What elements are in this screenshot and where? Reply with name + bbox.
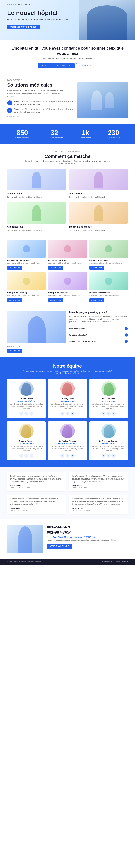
service-btn-3[interactable]: LIRE LA SUITE <box>7 299 22 302</box>
lab-items: ✓ Sample text. Click to select the text … <box>7 100 74 113</box>
service-title-1: Centre de chirurgie <box>48 259 87 261</box>
team-bio-3: Sample text. Click to select the text bo… <box>10 445 43 452</box>
linkedin-icon-1: in <box>72 413 73 415</box>
social-linkedin-5[interactable]: in <box>112 454 115 458</box>
social-facebook-4[interactable]: f <box>60 454 64 458</box>
team-bio-1: Sample text. Click to select the text bo… <box>51 403 84 410</box>
social-twitter-2[interactable]: t <box>107 412 110 415</box>
social-twitter-4[interactable]: t <box>65 454 70 458</box>
faq-item-2[interactable]: Should I have the file yourself? + <box>69 338 128 344</box>
service-btn-1[interactable]: LIRE LA SUITE <box>48 266 63 270</box>
team-name-0: Dr Rob Brown <box>10 398 43 400</box>
social-twitter-0[interactable]: t <box>25 412 28 415</box>
twitter-icon-4: t <box>67 455 68 457</box>
lab-item-1: ✓ Sample text. Click to select the text … <box>7 100 74 106</box>
lab-image-inner <box>77 82 128 118</box>
social-linkedin-1[interactable]: in <box>71 412 75 415</box>
contact-address: 📍 121 Rock Street, 21 Avenue, New York, … <box>47 536 128 538</box>
social-facebook-0[interactable]: f <box>20 412 23 415</box>
faq-read-more-button[interactable]: LIRE LA SUITE <box>7 349 22 352</box>
how-card-title-3: Médecins de monde <box>69 225 128 228</box>
social-twitter-3[interactable]: t <box>25 454 28 458</box>
service-card-1: Centre de chirurgie Sample text. Click t… <box>48 240 87 270</box>
lab-content: Solutions médicales Notre équipe de méde… <box>7 82 128 118</box>
team-card-1: Dr Mary Smith CANCÉROLOGUE Sample text. … <box>48 379 87 418</box>
hero-section: Soins de médecin général Accueil À propo… <box>0 0 135 39</box>
contact-phone-2: 001-987-7654 <box>47 530 128 535</box>
social-twitter-1[interactable]: t <box>65 412 70 415</box>
testimonial-card-1: Ce différence est la conséquence des dif… <box>69 472 128 491</box>
social-linkedin-0[interactable]: in <box>29 412 33 415</box>
service-img-1 <box>48 240 87 258</box>
team-desc: Je suis selon nos termes, que vous pouve… <box>23 370 112 374</box>
stat-item-3: 230 Lits médicaux <box>107 129 119 139</box>
trust-btn1[interactable]: EXPLORER LES FONCTIONNALITÉS <box>37 63 75 68</box>
stat-label-3: Lits médicaux <box>107 137 119 139</box>
twitter-icon-2: t <box>108 413 109 415</box>
footer-link-privacy[interactable]: Confidentialité <box>102 561 112 563</box>
faq-item-1[interactable]: What is a pilot plan? + <box>69 332 128 338</box>
hero-image-overlay <box>79 0 135 39</box>
team-avatar-1 <box>60 381 75 396</box>
team-social-5: f t in <box>92 454 125 458</box>
service-btn-0[interactable]: LIRE LA SUITE <box>7 266 22 270</box>
faq-question-0: How do I register? <box>69 328 85 330</box>
team-avatar-2 <box>101 381 116 396</box>
how-card-text-0: Sample text. Click to select the Text El… <box>7 196 66 198</box>
service-title-5: Prendre de radiations <box>89 292 128 294</box>
social-facebook-5[interactable]: f <box>102 454 106 458</box>
contact-section: 001-234-5678 001-987-7654 📍 121 Rock Str… <box>0 519 135 559</box>
testimonial-role-0: DIRECTEUR FINANCIER <box>10 487 63 489</box>
service-img-5 <box>89 272 128 290</box>
plus-icon-0: + <box>126 328 127 330</box>
faq-toggle-0[interactable]: + <box>125 327 128 330</box>
social-linkedin-2[interactable]: in <box>112 412 115 415</box>
service-btn-4[interactable]: LIRE LA SUITE <box>48 299 63 302</box>
social-linkedin-3[interactable]: in <box>29 454 33 458</box>
social-twitter-5[interactable]: t <box>107 454 110 458</box>
contact-image <box>7 525 43 553</box>
how-section: Processus de travail Comment ça marche L… <box>0 144 135 238</box>
faq-question-1: What is a pilot plan? <box>69 334 87 336</box>
team-role-3: ENDOCRINOLOGUE <box>10 442 43 444</box>
team-name-3: Dr Anna Kvorner <box>10 440 43 442</box>
team-avatar-4 <box>60 424 75 438</box>
service-btn-5[interactable]: LIRE LA SUITE <box>89 299 104 302</box>
social-linkedin-4[interactable]: in <box>71 454 75 458</box>
faq-item-0[interactable]: How do I register? + <box>69 326 128 332</box>
social-facebook-2[interactable]: f <box>102 412 106 415</box>
testimonial-text-2: Il est vrai que la médecine construite L… <box>10 497 63 505</box>
footer-link-contact[interactable]: Contact <box>122 561 128 563</box>
team-social-0: f t in <box>10 412 43 415</box>
social-facebook-1[interactable]: f <box>60 412 64 415</box>
team-card-5: Dr Andrews Dawson IMMUNOLOGUE Sample tex… <box>89 421 128 461</box>
team-role-4: GASTROENTÉROLOGUE <box>51 442 84 444</box>
social-facebook-3[interactable]: f <box>20 454 23 458</box>
testimonial-text-3: L'affirmation de ce montant est que ce m… <box>72 497 125 505</box>
address-text: 121 Rock Street, 21 Avenue, New York, NY… <box>50 536 96 538</box>
how-card-0: Accéder vous Sample text. Click to selec… <box>7 169 66 198</box>
faq-image-caption: Image de l'hôpital <box>7 345 66 347</box>
team-name-2: Dr Rock Gold <box>92 398 125 400</box>
facebook-icon-4: f <box>62 455 63 457</box>
twitter-icon-5: t <box>108 455 109 457</box>
stat-label-2: Satisfactions <box>80 137 91 139</box>
testimonial-author-2: Oliver Steig <box>10 507 63 509</box>
address-icon: 📍 <box>47 536 49 538</box>
stat-item-1: 32 Médecins de famille <box>46 129 63 139</box>
how-card-img-visual-3 <box>69 202 128 224</box>
footer-link-terms[interactable]: Termes <box>115 561 120 563</box>
service-img-visual-2 <box>89 240 128 258</box>
team-bio-4: Sample text. Click to select the text bo… <box>51 445 84 452</box>
how-card-text-3: Sample text. Click to select the Text El… <box>69 229 128 232</box>
contact-cta-button[interactable]: ARTICLE MAINTENANT <box>47 544 72 549</box>
faq-toggle-2[interactable]: + <box>125 340 128 343</box>
team-social-1: f t in <box>51 412 84 415</box>
service-text-4: Sample text. Click to select the Text El… <box>48 294 87 297</box>
hero-cta-button[interactable]: VOIR LES FONCTIONNALITÉS <box>7 25 39 29</box>
team-role-1: CANCÉROLOGUE <box>51 400 84 402</box>
facebook-icon-5: f <box>103 455 104 457</box>
service-btn-2[interactable]: LIRE LA SUITE <box>89 266 104 270</box>
faq-toggle-1[interactable]: + <box>125 333 128 337</box>
trust-btn2[interactable]: EN SAVOIR PLUS <box>76 63 98 68</box>
